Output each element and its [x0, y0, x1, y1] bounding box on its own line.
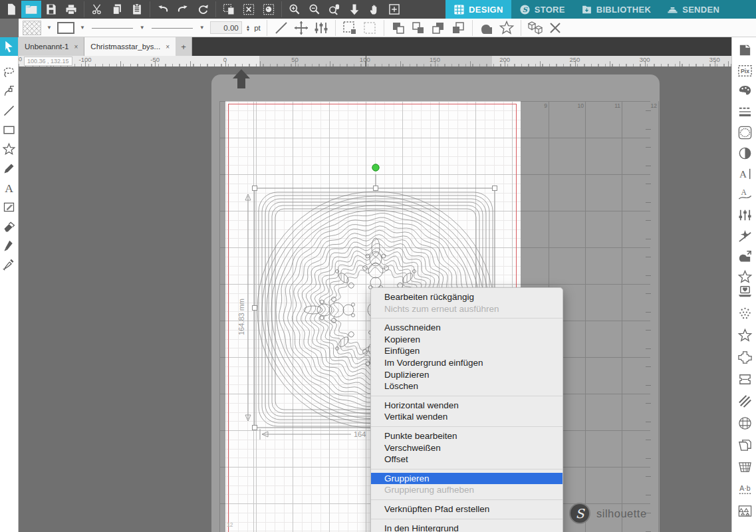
- globe-panel-button[interactable]: [736, 414, 753, 432]
- pencil-tool[interactable]: [0, 159, 18, 178]
- hand-button[interactable]: [364, 1, 384, 18]
- stroke-width-stepper[interactable]: ▲▼: [246, 25, 250, 31]
- deselect-icon[interactable]: [362, 20, 378, 36]
- nav-tab-senden[interactable]: SENDEN: [659, 0, 727, 19]
- line-tool-icon[interactable]: [273, 20, 289, 36]
- menu-item-ausschneiden[interactable]: Ausschneiden: [371, 322, 563, 334]
- bring-forward-icon[interactable]: [390, 20, 406, 36]
- save-button[interactable]: [41, 1, 61, 18]
- sliders-panel-button[interactable]: [736, 206, 753, 223]
- bring-to-front-icon[interactable]: [430, 20, 446, 36]
- send-to-back-icon[interactable]: [450, 20, 466, 36]
- selection-handle[interactable]: [253, 306, 257, 311]
- knife-tool[interactable]: [0, 236, 18, 255]
- menu-item-gruppieren[interactable]: Gruppieren: [371, 473, 563, 485]
- pixscan-panel-button[interactable]: Pix: [736, 62, 753, 79]
- fit-page-button[interactable]: [384, 1, 404, 18]
- menu-item-vertikal-wenden[interactable]: Vertikal wenden: [371, 411, 563, 423]
- zoom-out-button[interactable]: [305, 1, 324, 18]
- selection-handle[interactable]: [253, 186, 257, 191]
- selection-handle[interactable]: [374, 186, 378, 191]
- selection-handle[interactable]: [493, 186, 497, 191]
- recolor-sel-button[interactable]: [259, 1, 279, 18]
- clipboard-button[interactable]: [127, 1, 147, 18]
- trace-frame-panel-button[interactable]: [736, 124, 753, 141]
- laptop-heart-panel-button[interactable]: [736, 283, 753, 300]
- nav-tab-store[interactable]: S STORE: [511, 0, 573, 19]
- menu-item-einf-gen[interactable]: Einfügen: [371, 345, 563, 357]
- delete-x-icon[interactable]: [547, 20, 563, 36]
- selection-handle[interactable]: [253, 426, 257, 430]
- fill-swatch[interactable]: [23, 21, 41, 35]
- dropper-tool[interactable]: [0, 255, 18, 274]
- menu-item-punkte-bearbeiten[interactable]: Punkte bearbeiten: [371, 430, 563, 442]
- menu-item-horizontal-wenden[interactable]: Horizontal wenden: [371, 400, 563, 412]
- scissors-button[interactable]: [87, 1, 107, 18]
- send-backward-icon[interactable]: [410, 20, 426, 36]
- node-tool[interactable]: [0, 82, 18, 100]
- copy-button[interactable]: [107, 1, 127, 18]
- stamp-panel-button[interactable]: [736, 370, 753, 388]
- refresh-button[interactable]: [193, 1, 213, 18]
- glyphs-panel-button[interactable]: A·b: [736, 480, 753, 497]
- text-tool[interactable]: A: [0, 178, 18, 197]
- line-tool[interactable]: [0, 101, 18, 120]
- line-style-caret[interactable]: ▼: [138, 25, 146, 31]
- zoom-in-button[interactable]: [285, 1, 305, 18]
- undo-button[interactable]: [153, 1, 173, 18]
- line-styles-panel-button[interactable]: [736, 103, 753, 120]
- menu-item-duplizieren[interactable]: Duplizieren: [371, 369, 563, 381]
- folder-button[interactable]: [21, 1, 41, 18]
- text-path-panel-button[interactable]: A: [736, 186, 753, 203]
- move-tool-icon[interactable]: [293, 20, 309, 36]
- star-tool[interactable]: [0, 140, 18, 158]
- tab-christmasstar[interactable]: Christmasstar_bys... ×: [84, 37, 176, 56]
- offset-shape-panel-button[interactable]: [736, 247, 753, 265]
- nav-tab-bibliothek[interactable]: BIBLIOTHEK: [573, 0, 659, 19]
- select-tool[interactable]: [0, 37, 18, 56]
- close-tab-icon[interactable]: ×: [74, 43, 78, 51]
- pages-panel-button[interactable]: [736, 436, 753, 454]
- note-tool[interactable]: [0, 198, 18, 216]
- rect-tool[interactable]: [0, 120, 18, 139]
- text-spacing-panel-button[interactable]: A: [736, 165, 753, 182]
- eraser-tool[interactable]: [0, 217, 18, 235]
- rotation-handle[interactable]: [372, 164, 379, 171]
- fill-page-panel-button[interactable]: [736, 41, 753, 59]
- puzzle-panel-button[interactable]: [736, 348, 753, 366]
- doc-button[interactable]: [1, 1, 21, 18]
- menu-item-bearbeiten-r-ckg-ngig[interactable]: Bearbeiten rückgängig: [371, 291, 563, 303]
- menu-item-verschwei-en[interactable]: Verschweißen: [371, 442, 563, 454]
- contrast-panel-button[interactable]: [736, 144, 753, 162]
- palette-panel-button[interactable]: [736, 82, 753, 100]
- star-shape-icon[interactable]: [499, 20, 515, 36]
- paste-sel-button[interactable]: [219, 1, 239, 18]
- menu-item-verkn-pften-pfad-erstellen[interactable]: Verknüpften Pfad erstellen: [371, 503, 563, 515]
- menu-item-im-vordergrund-einf-gen[interactable]: Im Vordergrund einfügen: [371, 357, 563, 369]
- menu-item-in-den-hintergrund[interactable]: In den Hintergrund: [371, 523, 563, 532]
- menu-item-l-schen[interactable]: Löschen: [371, 380, 563, 392]
- transform-sliders-icon[interactable]: [313, 20, 329, 36]
- nest-panel-button[interactable]: [736, 502, 753, 519]
- hatch-panel-button[interactable]: [736, 392, 753, 410]
- line-weight-caret[interactable]: ▼: [198, 25, 206, 31]
- menu-item-offset[interactable]: Offset: [371, 454, 563, 466]
- redo-button[interactable]: [173, 1, 193, 18]
- line-style-sample[interactable]: [90, 23, 134, 33]
- select-all-icon[interactable]: [342, 20, 358, 36]
- trace-magic-panel-button[interactable]: [736, 227, 753, 244]
- delete-sel-button[interactable]: [239, 1, 259, 18]
- nav-tab-design[interactable]: DESIGN: [445, 0, 511, 19]
- print-button[interactable]: [61, 1, 81, 18]
- stroke-swatch[interactable]: [57, 22, 74, 34]
- close-tab-icon[interactable]: ×: [166, 43, 170, 51]
- tab-unbenannt-1[interactable]: Unbenannt-1 ×: [19, 37, 84, 56]
- new-tab-button[interactable]: +: [176, 37, 192, 56]
- stroke-width-input[interactable]: 0.00: [210, 21, 242, 34]
- fill-dropdown-caret[interactable]: ▼: [45, 25, 53, 31]
- warp-panel-button[interactable]: [736, 458, 753, 475]
- arrow-down-button[interactable]: [344, 1, 364, 18]
- stroke-dropdown-caret[interactable]: ▼: [78, 25, 86, 31]
- group-boxes-icon[interactable]: [527, 20, 543, 36]
- line-weight-sample[interactable]: [150, 23, 194, 33]
